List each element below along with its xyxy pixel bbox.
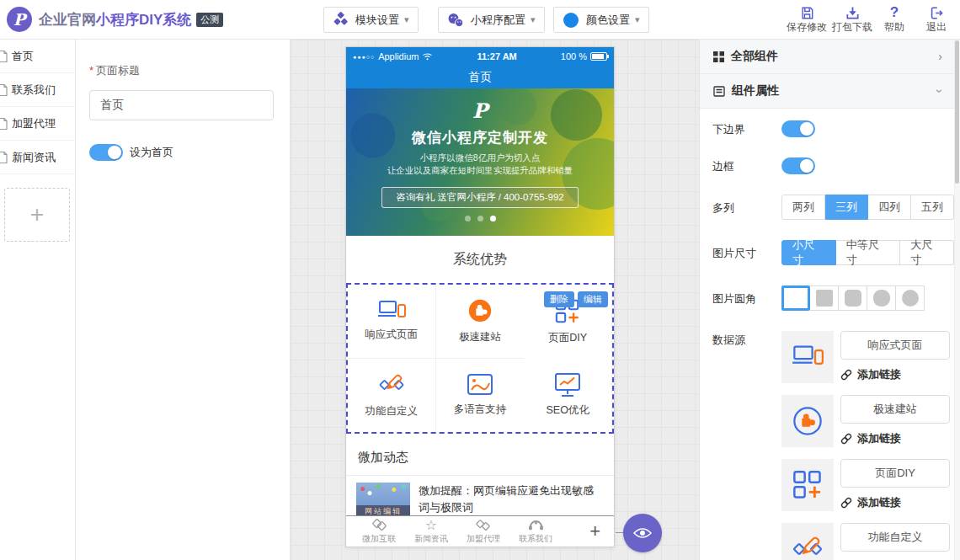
exit-label: 退出 [915,20,958,35]
size-large[interactable]: 大尺寸 [900,240,954,265]
grid-item-responsive[interactable]: 响应式页面 [348,285,436,359]
datasource-title-input[interactable] [840,331,950,360]
color-settings-button[interactable]: 颜色设置▾ [553,7,649,33]
datasource-title-input[interactable] [840,395,950,424]
size-medium[interactable]: 中等尺寸 [836,240,901,265]
signal-dots-icon: ●●●○○ [353,54,375,60]
tab-agency[interactable]: 加盟代理 [457,518,509,545]
help-label: 帮助 [872,20,916,35]
radius-option-2[interactable] [839,285,867,311]
modules-icon [333,12,349,28]
exit-button[interactable]: 退出 [915,5,958,35]
grid-item-seo[interactable]: SEO优化 [524,359,612,433]
caret-down-icon: ▾ [404,14,409,25]
datasource-thumb[interactable] [781,331,834,383]
tab-news[interactable]: ☆ 新闻资讯 [405,518,457,545]
beta-badge: 公测 [196,13,223,27]
download-label: 打包下载 [830,20,874,35]
add-page-button[interactable]: + [4,188,70,242]
image-size-segment: 小尺寸 中等尺寸 大尺寸 [781,240,954,265]
add-link-button[interactable]: 添加链接 [840,367,950,382]
size-small-selected[interactable]: 小尺寸 [781,240,836,265]
phone-preview: ●●●○○ Applidium 11:27 AM 100 % 首页 P 微信小程… [345,46,615,547]
border-toggle[interactable] [781,157,815,174]
link-icon [840,369,852,381]
weijia-icon [371,519,387,532]
banner-cta-button[interactable]: 咨询有礼 送官网小程序 / 400-0755-992 [381,187,578,208]
miniprogram-config-button[interactable]: 小程序配置▾ [438,7,545,33]
radius-option-0-selected[interactable] [781,285,810,311]
sidebar-item-home[interactable]: 首页 [0,40,75,73]
add-link-button[interactable]: 添加链接 [840,431,950,446]
toggle-knob [108,146,121,159]
banner-title: 微信小程序定制开发 [346,128,614,147]
eye-icon [633,526,652,540]
component-props-row[interactable]: 组件属性 › [700,74,954,109]
columns-segment: 两列 三列 四列 五列 [781,195,954,220]
page-settings-panel: *页面标题 设为首页 [76,40,291,560]
sidebar-item-contact[interactable]: 联系我们 [0,73,75,107]
datasource-thumb[interactable] [781,395,834,447]
set-home-label: 设为首页 [130,145,173,160]
grid-item-multilang[interactable]: 多语言支持 [436,359,525,433]
app-logo-icon: P [7,7,32,32]
carousel-dot[interactable] [477,216,483,221]
sidebar-item-news[interactable]: 新闻资讯 [0,141,75,174]
edit-component-button[interactable]: 编辑 [578,291,608,307]
columns-option-5[interactable]: 五列 [911,195,954,220]
news-item[interactable]: 网站编辑 微加提醒：网页编辑应避免出现敏感词与极限词 [346,476,614,517]
datasource-item: 添加链接 [781,331,950,383]
toggle-knob [800,159,813,173]
page-title-input[interactable] [89,90,274,120]
bottom-border-toggle[interactable] [781,120,815,137]
all-components-row[interactable]: 全部组件 › [700,40,954,74]
datasource-item: 添加链接 [781,523,950,560]
page-icon [0,50,8,63]
tab-weijia[interactable]: 微加互联 [353,518,405,545]
datasource-thumb[interactable] [781,459,834,511]
image-radius-options [781,285,925,311]
columns-option-2[interactable]: 两列 [781,195,825,220]
columns-option-4[interactable]: 四列 [868,195,911,220]
banner-subtitle-1: 小程序以微信8亿用户为切入点 [346,152,614,164]
delete-component-button[interactable]: 删除 [544,291,574,307]
required-mark: * [89,64,93,77]
battery-icon [590,52,607,61]
set-home-toggle[interactable] [89,144,123,161]
selected-grid-component[interactable]: 删除 编辑 响应式页面 极速建站 页面DIY 功能自定义 多语言支持 SEO优化 [346,283,614,434]
columns-option-3-selected[interactable]: 三列 [825,195,868,220]
datasource-list: 添加链接 添加链接 [781,331,950,560]
preview-eye-button[interactable] [623,514,662,552]
radius-option-3[interactable] [867,285,896,311]
datasource-thumb[interactable] [781,523,834,560]
sidebar-item-agency[interactable]: 加盟代理 [0,107,75,141]
pages-sidebar: 首页 联系我们 加盟代理 新闻资讯 + [0,40,76,560]
add-tab-button[interactable]: + [589,520,600,542]
carousel-dot[interactable] [465,216,471,221]
carrier-label: Applidium [378,51,419,61]
module-settings-button[interactable]: 模块设置▾ [323,7,419,33]
custom-func-icon [792,533,824,560]
datasource-title-input[interactable] [840,523,950,552]
carousel-dot-active[interactable] [490,216,496,221]
banner-logo-icon: P [346,99,614,123]
grid-item-fastbuild[interactable]: 极速建站 [436,285,525,359]
page-icon [0,117,8,131]
scrollbar-thumb[interactable] [955,40,959,184]
fast-build-icon [792,405,824,437]
datasource-item: 添加链接 [781,395,950,447]
brand: P 企业官网小程序DIY系统公测 [7,7,223,32]
phone-icon [528,520,544,532]
radius-option-4[interactable] [896,285,925,311]
save-label: 保存修改 [785,20,829,35]
banner-slide[interactable]: P 微信小程序定制开发 小程序以微信8亿用户为切入点 让企业以及商家在短时间里实… [346,88,614,236]
add-link-button[interactable]: 添加链接 [840,495,950,510]
radius-option-1[interactable] [810,285,839,311]
download-button[interactable]: 打包下载 [830,5,874,35]
grid-item-customfunc[interactable]: 功能自定义 [348,359,436,433]
help-button[interactable]: ? 帮助 [872,5,916,35]
datasource-title-input[interactable] [840,459,950,488]
color-dot-icon [563,12,579,29]
tab-contact[interactable]: 联系我们 [509,518,562,545]
save-button[interactable]: 保存修改 [785,5,829,35]
